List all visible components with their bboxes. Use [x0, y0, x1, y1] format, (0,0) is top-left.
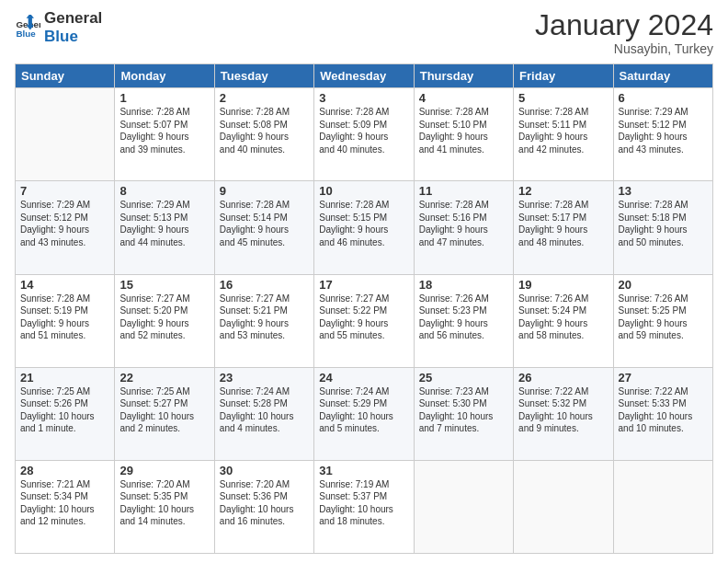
weekday-thursday: Thursday — [414, 64, 513, 88]
day-info: Sunrise: 7:28 AM Sunset: 5:08 PM Dayligh… — [220, 106, 309, 155]
day-cell — [16, 88, 115, 181]
day-cell: 19Sunrise: 7:26 AM Sunset: 5:24 PM Dayli… — [514, 274, 613, 367]
day-info: Sunrise: 7:28 AM Sunset: 5:09 PM Dayligh… — [319, 106, 408, 155]
day-number: 16 — [220, 278, 309, 292]
day-info: Sunrise: 7:22 AM Sunset: 5:32 PM Dayligh… — [518, 385, 608, 435]
day-info: Sunrise: 7:28 AM Sunset: 5:14 PM Dayligh… — [220, 199, 309, 248]
day-cell: 5Sunrise: 7:28 AM Sunset: 5:11 PM Daylig… — [514, 88, 613, 181]
day-cell: 27Sunrise: 7:22 AM Sunset: 5:33 PM Dayli… — [613, 367, 712, 460]
day-info: Sunrise: 7:26 AM Sunset: 5:25 PM Dayligh… — [619, 293, 708, 342]
day-cell: 25Sunrise: 7:23 AM Sunset: 5:30 PM Dayli… — [414, 367, 513, 460]
day-cell: 26Sunrise: 7:22 AM Sunset: 5:32 PM Dayli… — [514, 367, 613, 460]
day-cell — [414, 460, 513, 553]
day-cell: 18Sunrise: 7:26 AM Sunset: 5:23 PM Dayli… — [414, 274, 513, 367]
day-number: 15 — [119, 278, 209, 292]
day-info: Sunrise: 7:25 AM Sunset: 5:27 PM Dayligh… — [119, 385, 209, 435]
location: Nusaybin, Turkey — [535, 41, 713, 56]
weekday-tuesday: Tuesday — [214, 64, 313, 88]
week-row-1: 1Sunrise: 7:28 AM Sunset: 5:07 PM Daylig… — [16, 88, 713, 181]
day-number: 20 — [619, 278, 708, 292]
day-number: 31 — [319, 464, 408, 477]
week-row-2: 7Sunrise: 7:29 AM Sunset: 5:12 PM Daylig… — [16, 181, 713, 274]
day-cell: 14Sunrise: 7:28 AM Sunset: 5:19 PM Dayli… — [16, 274, 115, 367]
day-info: Sunrise: 7:26 AM Sunset: 5:24 PM Dayligh… — [518, 293, 608, 342]
day-cell: 12Sunrise: 7:28 AM Sunset: 5:17 PM Dayli… — [514, 181, 613, 274]
day-number: 14 — [20, 278, 109, 292]
day-info: Sunrise: 7:26 AM Sunset: 5:23 PM Dayligh… — [419, 293, 508, 342]
day-cell: 10Sunrise: 7:28 AM Sunset: 5:15 PM Dayli… — [314, 181, 414, 274]
day-info: Sunrise: 7:22 AM Sunset: 5:33 PM Dayligh… — [619, 385, 708, 435]
day-cell: 29Sunrise: 7:20 AM Sunset: 5:35 PM Dayli… — [115, 460, 214, 553]
week-row-4: 21Sunrise: 7:25 AM Sunset: 5:26 PM Dayli… — [16, 367, 713, 460]
day-number: 30 — [220, 464, 309, 477]
day-info: Sunrise: 7:27 AM Sunset: 5:22 PM Dayligh… — [319, 293, 408, 342]
day-info: Sunrise: 7:28 AM Sunset: 5:18 PM Dayligh… — [619, 199, 708, 248]
day-cell — [514, 460, 613, 553]
day-number: 6 — [619, 91, 708, 105]
day-info: Sunrise: 7:29 AM Sunset: 5:12 PM Dayligh… — [619, 106, 708, 155]
day-number: 28 — [20, 464, 109, 477]
day-number: 1 — [119, 91, 209, 105]
day-number: 4 — [419, 91, 508, 105]
day-cell: 6Sunrise: 7:29 AM Sunset: 5:12 PM Daylig… — [613, 88, 712, 181]
day-cell: 30Sunrise: 7:20 AM Sunset: 5:36 PM Dayli… — [214, 460, 313, 553]
logo-general: General — [44, 9, 102, 28]
day-cell: 28Sunrise: 7:21 AM Sunset: 5:34 PM Dayli… — [16, 460, 115, 553]
day-info: Sunrise: 7:29 AM Sunset: 5:13 PM Dayligh… — [119, 199, 209, 248]
day-number: 17 — [319, 278, 408, 292]
day-info: Sunrise: 7:24 AM Sunset: 5:29 PM Dayligh… — [319, 385, 408, 435]
day-info: Sunrise: 7:28 AM Sunset: 5:10 PM Dayligh… — [419, 106, 508, 155]
week-row-3: 14Sunrise: 7:28 AM Sunset: 5:19 PM Dayli… — [16, 274, 713, 367]
day-info: Sunrise: 7:28 AM Sunset: 5:11 PM Dayligh… — [518, 106, 608, 155]
day-number: 22 — [119, 371, 209, 385]
day-cell: 4Sunrise: 7:28 AM Sunset: 5:10 PM Daylig… — [414, 88, 513, 181]
day-cell: 8Sunrise: 7:29 AM Sunset: 5:13 PM Daylig… — [115, 181, 214, 274]
day-cell: 20Sunrise: 7:26 AM Sunset: 5:25 PM Dayli… — [613, 274, 712, 367]
day-number: 13 — [619, 184, 708, 198]
weekday-wednesday: Wednesday — [314, 64, 414, 88]
day-cell: 17Sunrise: 7:27 AM Sunset: 5:22 PM Dayli… — [314, 274, 414, 367]
day-cell — [613, 460, 712, 553]
weekday-monday: Monday — [115, 64, 214, 88]
day-number: 3 — [319, 91, 408, 105]
day-info: Sunrise: 7:27 AM Sunset: 5:20 PM Dayligh… — [119, 293, 209, 342]
day-info: Sunrise: 7:23 AM Sunset: 5:30 PM Dayligh… — [419, 385, 508, 435]
day-cell: 21Sunrise: 7:25 AM Sunset: 5:26 PM Dayli… — [16, 367, 115, 460]
day-number: 29 — [119, 464, 209, 477]
day-number: 8 — [119, 184, 209, 198]
day-number: 7 — [20, 184, 109, 198]
logo-icon: General Blue — [15, 15, 40, 40]
day-info: Sunrise: 7:27 AM Sunset: 5:21 PM Dayligh… — [220, 293, 309, 342]
day-cell: 7Sunrise: 7:29 AM Sunset: 5:12 PM Daylig… — [16, 181, 115, 274]
day-cell: 13Sunrise: 7:28 AM Sunset: 5:18 PM Dayli… — [613, 181, 712, 274]
weekday-header-row: SundayMondayTuesdayWednesdayThursdayFrid… — [16, 64, 713, 88]
day-number: 21 — [20, 371, 109, 385]
header: General Blue General Blue January 2024 N… — [15, 9, 713, 56]
day-cell: 1Sunrise: 7:28 AM Sunset: 5:07 PM Daylig… — [115, 88, 214, 181]
day-cell: 15Sunrise: 7:27 AM Sunset: 5:20 PM Dayli… — [115, 274, 214, 367]
day-number: 24 — [319, 371, 408, 385]
day-number: 26 — [518, 371, 608, 385]
day-info: Sunrise: 7:29 AM Sunset: 5:12 PM Dayligh… — [20, 199, 109, 248]
day-info: Sunrise: 7:21 AM Sunset: 5:34 PM Dayligh… — [20, 478, 109, 528]
day-cell: 23Sunrise: 7:24 AM Sunset: 5:28 PM Dayli… — [214, 367, 313, 460]
calendar-table: SundayMondayTuesdayWednesdayThursdayFrid… — [15, 63, 713, 554]
weekday-saturday: Saturday — [613, 64, 712, 88]
day-info: Sunrise: 7:28 AM Sunset: 5:16 PM Dayligh… — [419, 199, 508, 248]
day-number: 23 — [220, 371, 309, 385]
month-year: January 2024 — [535, 9, 713, 41]
day-number: 5 — [518, 91, 608, 105]
day-cell: 24Sunrise: 7:24 AM Sunset: 5:29 PM Dayli… — [314, 367, 414, 460]
week-row-5: 28Sunrise: 7:21 AM Sunset: 5:34 PM Dayli… — [16, 460, 713, 553]
day-info: Sunrise: 7:19 AM Sunset: 5:37 PM Dayligh… — [319, 478, 408, 528]
weekday-sunday: Sunday — [16, 64, 115, 88]
day-number: 11 — [419, 184, 508, 198]
day-info: Sunrise: 7:20 AM Sunset: 5:35 PM Dayligh… — [119, 478, 209, 528]
day-number: 2 — [220, 91, 309, 105]
day-number: 25 — [419, 371, 508, 385]
day-info: Sunrise: 7:25 AM Sunset: 5:26 PM Dayligh… — [20, 385, 109, 435]
day-number: 18 — [419, 278, 508, 292]
day-number: 19 — [518, 278, 608, 292]
day-cell: 3Sunrise: 7:28 AM Sunset: 5:09 PM Daylig… — [314, 88, 414, 181]
day-info: Sunrise: 7:20 AM Sunset: 5:36 PM Dayligh… — [220, 478, 309, 528]
